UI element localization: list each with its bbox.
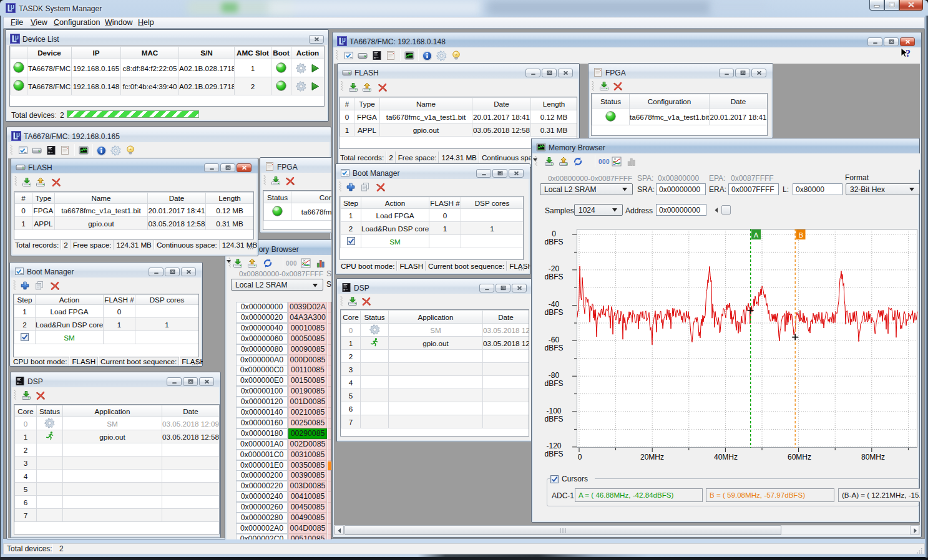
svg-text:B: B [799, 231, 803, 239]
svg-text:000: 000 [598, 158, 610, 165]
svg-text:A: A [754, 231, 759, 239]
svg-text:000: 000 [286, 260, 297, 267]
